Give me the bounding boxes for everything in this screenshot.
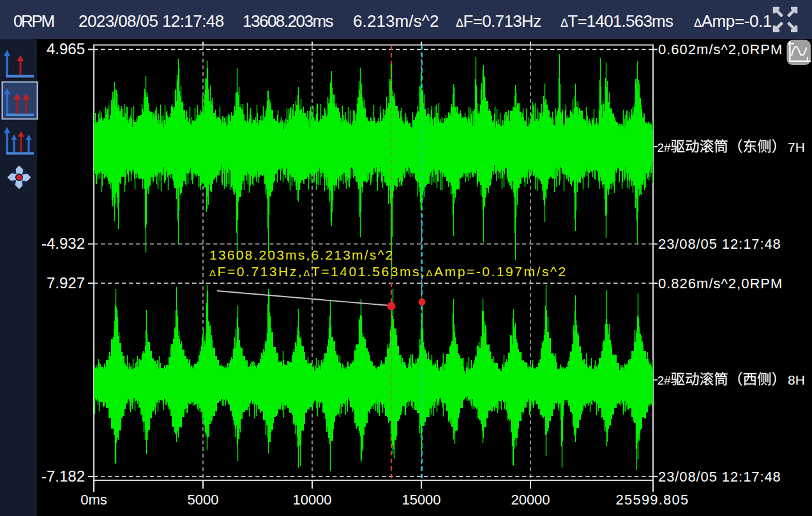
- svg-text:23/08/05 12:17:48: 23/08/05 12:17:48: [658, 469, 781, 485]
- svg-text:0ms: 0ms: [80, 492, 107, 508]
- svg-text:7.927: 7.927: [47, 274, 85, 291]
- svg-text:23/08/05 12:17:48: 23/08/05 12:17:48: [658, 236, 781, 252]
- svg-text:4.965: 4.965: [47, 40, 85, 57]
- svg-text:20000: 20000: [511, 492, 550, 508]
- svg-text:7H: 7H: [788, 140, 805, 154]
- svg-text:10000: 10000: [292, 492, 331, 508]
- svg-text:-7.182: -7.182: [41, 468, 85, 485]
- svg-text:ΔAmp=-0.1: ΔAmp=-0.1: [694, 11, 772, 31]
- svg-text:0.602m/s^2,0RPM: 0.602m/s^2,0RPM: [658, 41, 783, 57]
- svg-text:2#: 2#: [658, 141, 672, 154]
- svg-text:2#: 2#: [658, 374, 672, 387]
- svg-text:ΔT=1401.563ms: ΔT=1401.563ms: [560, 11, 673, 31]
- svg-text:5000: 5000: [188, 492, 219, 508]
- svg-text:13608.203ms,6.213m/s^2: 13608.203ms,6.213m/s^2: [209, 247, 394, 262]
- svg-text:0RPM: 0RPM: [13, 11, 54, 31]
- svg-text:0.826m/s^2,0RPM: 0.826m/s^2,0RPM: [658, 276, 783, 291]
- svg-text:ΔF=0.713Hz,ΔT=1401.563ms,ΔAmp=: ΔF=0.713Hz,ΔT=1401.563ms,ΔAmp=-0.197m/s^…: [209, 264, 568, 279]
- svg-text:13608.203ms: 13608.203ms: [243, 11, 334, 31]
- svg-text:15000: 15000: [402, 492, 440, 508]
- svg-text:8H: 8H: [788, 372, 805, 387]
- svg-text:2023/08/05 12:17:48: 2023/08/05 12:17:48: [79, 11, 224, 31]
- svg-text:25599.805: 25599.805: [616, 492, 689, 508]
- svg-text:-4.932: -4.932: [41, 235, 85, 252]
- svg-text:ΔF=0.713Hz: ΔF=0.713Hz: [456, 11, 541, 31]
- svg-text:6.213m/s^2: 6.213m/s^2: [353, 11, 439, 31]
